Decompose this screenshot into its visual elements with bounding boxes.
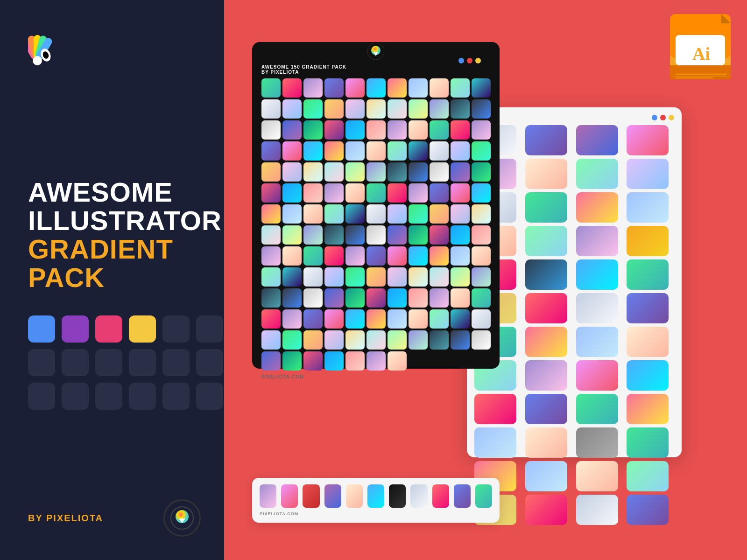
gradient-swatch[interactable] (324, 225, 344, 245)
white-gradient-swatch[interactable] (627, 495, 669, 525)
gradient-swatch[interactable] (324, 141, 344, 161)
bottom-swatch[interactable] (260, 484, 276, 508)
gradient-swatch[interactable] (303, 246, 323, 266)
gradient-swatch[interactable] (345, 78, 365, 98)
white-gradient-swatch[interactable] (627, 394, 669, 424)
white-gradient-swatch[interactable] (627, 159, 669, 189)
bottom-swatch[interactable] (303, 484, 319, 508)
bottom-swatch[interactable] (346, 484, 363, 508)
gradient-swatch[interactable] (282, 225, 302, 245)
white-gradient-swatch[interactable] (525, 327, 567, 357)
white-gradient-swatch[interactable] (627, 327, 669, 357)
gradient-swatch[interactable] (345, 141, 365, 161)
gradient-swatch[interactable] (388, 162, 407, 182)
white-gradient-swatch[interactable] (525, 192, 567, 223)
gradient-swatch[interactable] (345, 351, 365, 371)
bottom-swatch[interactable] (454, 484, 471, 508)
gradient-swatch[interactable] (388, 99, 407, 119)
gradient-swatch[interactable] (261, 225, 281, 245)
gradient-swatch[interactable] (282, 141, 302, 161)
gradient-swatch[interactable] (324, 330, 344, 350)
gradient-swatch[interactable] (366, 246, 386, 266)
white-gradient-swatch[interactable] (576, 125, 618, 155)
gradient-swatch[interactable] (366, 78, 386, 98)
gradient-swatch[interactable] (430, 141, 449, 161)
gradient-swatch[interactable] (472, 309, 491, 329)
gradient-swatch[interactable] (451, 183, 470, 203)
bottom-swatch[interactable] (281, 484, 298, 508)
white-gradient-swatch[interactable] (576, 394, 618, 424)
gradient-swatch[interactable] (261, 120, 281, 140)
gradient-swatch[interactable] (261, 162, 281, 182)
white-gradient-swatch[interactable] (525, 427, 567, 458)
gradient-swatch[interactable] (472, 267, 491, 287)
gradient-swatch[interactable] (430, 183, 449, 203)
gradient-swatch[interactable] (303, 99, 323, 119)
gradient-swatch[interactable] (451, 78, 470, 98)
gradient-swatch[interactable] (409, 162, 428, 182)
gradient-swatch[interactable] (303, 351, 323, 371)
gradient-swatch[interactable] (324, 267, 344, 287)
gradient-swatch[interactable] (430, 120, 449, 140)
gradient-swatch[interactable] (472, 78, 491, 98)
gradient-swatch[interactable] (345, 309, 365, 329)
gradient-swatch[interactable] (472, 99, 491, 119)
white-gradient-swatch[interactable] (627, 226, 669, 256)
gradient-swatch[interactable] (324, 204, 344, 224)
gradient-swatch[interactable] (282, 183, 302, 203)
gradient-swatch[interactable] (282, 351, 302, 371)
gradient-swatch[interactable] (366, 330, 386, 350)
white-gradient-swatch[interactable] (525, 226, 567, 256)
white-gradient-swatch[interactable] (525, 360, 567, 391)
gradient-swatch[interactable] (303, 288, 323, 308)
gradient-swatch[interactable] (388, 246, 407, 266)
white-gradient-swatch[interactable] (576, 192, 618, 223)
gradient-swatch[interactable] (472, 225, 491, 245)
gradient-swatch[interactable] (366, 99, 386, 119)
bottom-swatch[interactable] (389, 484, 406, 508)
gradient-swatch[interactable] (282, 267, 302, 287)
gradient-swatch[interactable] (345, 204, 365, 224)
white-gradient-swatch[interactable] (576, 461, 618, 491)
gradient-swatch[interactable] (388, 225, 407, 245)
white-gradient-swatch[interactable] (576, 360, 618, 391)
gradient-swatch[interactable] (430, 162, 449, 182)
white-gradient-swatch[interactable] (576, 495, 618, 525)
gradient-swatch[interactable] (430, 309, 449, 329)
gradient-swatch[interactable] (345, 162, 365, 182)
white-gradient-swatch[interactable] (627, 259, 669, 290)
gradient-swatch[interactable] (472, 246, 491, 266)
white-gradient-swatch[interactable] (576, 159, 618, 189)
gradient-swatch[interactable] (388, 267, 407, 287)
gradient-swatch[interactable] (451, 288, 470, 308)
bottom-swatch[interactable] (410, 484, 427, 508)
white-gradient-swatch[interactable] (627, 360, 669, 391)
gradient-swatch[interactable] (345, 288, 365, 308)
gradient-swatch[interactable] (282, 330, 302, 350)
gradient-swatch[interactable] (409, 267, 428, 287)
gradient-swatch[interactable] (409, 204, 428, 224)
gradient-swatch[interactable] (345, 225, 365, 245)
gradient-swatch[interactable] (366, 183, 386, 203)
gradient-swatch[interactable] (388, 141, 407, 161)
gradient-swatch[interactable] (366, 267, 386, 287)
gradient-swatch[interactable] (345, 330, 365, 350)
gradient-swatch[interactable] (366, 141, 386, 161)
white-gradient-swatch[interactable] (525, 293, 567, 323)
gradient-swatch[interactable] (472, 288, 491, 308)
gradient-swatch[interactable] (388, 288, 407, 308)
gradient-swatch[interactable] (472, 330, 491, 350)
white-gradient-swatch[interactable] (627, 293, 669, 323)
gradient-swatch[interactable] (430, 99, 449, 119)
white-gradient-swatch[interactable] (474, 394, 516, 424)
gradient-swatch[interactable] (282, 288, 302, 308)
gradient-swatch[interactable] (345, 120, 365, 140)
white-gradient-swatch[interactable] (525, 394, 567, 424)
white-gradient-swatch[interactable] (525, 259, 567, 290)
bottom-swatch[interactable] (324, 484, 341, 508)
gradient-swatch[interactable] (366, 351, 386, 371)
gradient-swatch[interactable] (345, 99, 365, 119)
gradient-swatch[interactable] (366, 288, 386, 308)
gradient-swatch[interactable] (324, 162, 344, 182)
gradient-swatch[interactable] (472, 204, 491, 224)
